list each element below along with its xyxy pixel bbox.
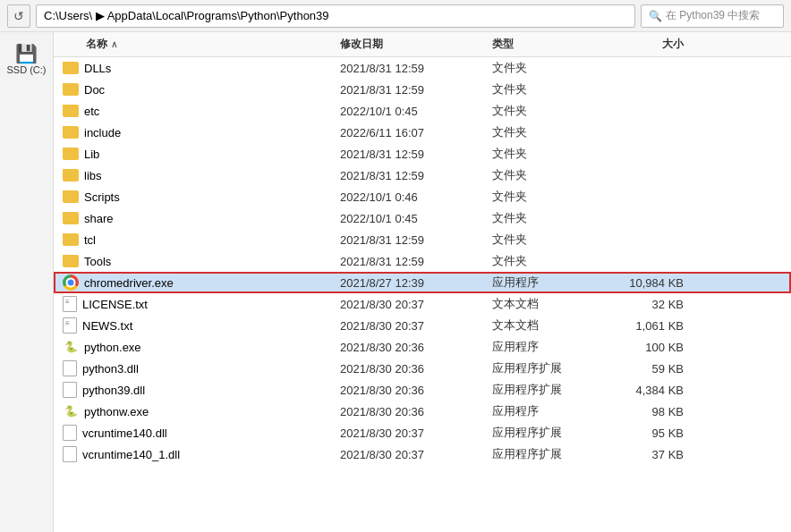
file-list: DLLs 2021/8/31 12:59 文件夹 Doc 2021/8/31 1… (54, 57, 791, 532)
table-row[interactable]: etc 2022/10/1 0:45 文件夹 (54, 100, 791, 122)
cell-date: 2022/6/11 16:07 (340, 126, 492, 139)
file-name: tcl (84, 233, 96, 247)
table-row[interactable]: DLLs 2021/8/31 12:59 文件夹 (54, 57, 791, 79)
table-row[interactable]: share 2022/10/1 0:45 文件夹 (54, 207, 791, 229)
folder-icon (63, 62, 79, 74)
chrome-icon (63, 274, 79, 291)
cell-size: 98 KB (608, 405, 698, 418)
dll-icon (63, 446, 77, 462)
file-name: NEWS.txt (82, 319, 132, 333)
cell-type: 文件夹 (492, 210, 608, 226)
file-name: vcruntime140.dll (82, 426, 167, 440)
cell-type: 应用程序扩展 (492, 425, 608, 441)
dll-icon (63, 425, 77, 441)
col-name-header[interactable]: 名称 ∧ (54, 37, 340, 52)
table-row[interactable]: vcruntime140.dll 2021/8/30 20:37 应用程序扩展 … (54, 422, 791, 443)
cell-name: vcruntime140.dll (54, 425, 340, 441)
cell-name: LICENSE.txt (54, 296, 340, 312)
file-name: python.exe (84, 341, 141, 354)
sidebar-item-ssd[interactable]: 💾 SSD (C:) (5, 39, 48, 79)
address-path[interactable]: C:\Users\ ▶ AppData\Local\Programs\Pytho… (36, 4, 635, 28)
file-name: libs (84, 169, 102, 182)
col-date-header[interactable]: 修改日期 (340, 37, 492, 52)
cell-size: 59 KB (608, 362, 698, 376)
cell-date: 2021/8/30 20:36 (340, 341, 492, 354)
table-row[interactable]: tcl 2021/8/31 12:59 文件夹 (54, 229, 791, 250)
folder-icon (63, 190, 79, 203)
cell-type: 文本文档 (492, 317, 608, 334)
file-name: include (84, 126, 121, 139)
file-name: LICENSE.txt (82, 298, 148, 311)
sort-arrow: ∧ (111, 39, 117, 49)
cell-name: 🐍 pythonw.exe (54, 403, 340, 419)
cell-name: Doc (54, 83, 340, 97)
table-row[interactable]: python3.dll 2021/8/30 20:36 应用程序扩展 59 KB (54, 358, 791, 379)
file-name: Lib (84, 148, 99, 161)
cell-type: 文件夹 (492, 167, 608, 183)
cell-type: 文件夹 (492, 253, 608, 269)
address-bar: ↺ C:\Users\ ▶ AppData\Local\Programs\Pyt… (0, 0, 791, 32)
col-size-header[interactable]: 大小 (608, 37, 698, 52)
col-type-header[interactable]: 类型 (492, 37, 608, 52)
cell-date: 2022/10/1 0:46 (340, 190, 492, 204)
cell-type: 应用程序 (492, 274, 608, 291)
cell-date: 2021/8/31 12:59 (340, 83, 492, 97)
cell-date: 2022/10/1 0:45 (340, 105, 492, 118)
text-file-icon (63, 317, 77, 334)
table-row[interactable]: 🐍 python.exe 2021/8/30 20:36 应用程序 100 KB (54, 336, 791, 358)
cell-type: 应用程序 (492, 403, 608, 419)
cell-name: tcl (54, 233, 340, 247)
python-icon: 🐍 (63, 403, 79, 419)
cell-date: 2021/8/31 12:59 (340, 62, 492, 75)
cell-date: 2021/8/30 20:36 (340, 362, 492, 376)
cell-size: 95 KB (608, 426, 698, 440)
search-icon: 🔍 (649, 10, 662, 22)
table-row[interactable]: Scripts 2022/10/1 0:46 文件夹 (54, 186, 791, 207)
table-row[interactable]: include 2022/6/11 16:07 文件夹 (54, 122, 791, 143)
file-name: etc (84, 105, 99, 118)
cell-date: 2021/8/27 12:39 (340, 276, 492, 290)
table-row[interactable]: vcruntime140_1.dll 2021/8/30 20:37 应用程序扩… (54, 443, 791, 465)
cell-name: NEWS.txt (54, 317, 340, 334)
file-name: vcruntime140_1.dll (82, 448, 180, 461)
table-row[interactable]: Doc 2021/8/31 12:59 文件夹 (54, 79, 791, 100)
table-row[interactable]: 🐍 pythonw.exe 2021/8/30 20:36 应用程序 98 KB (54, 401, 791, 422)
file-name: pythonw.exe (84, 405, 149, 418)
file-name: python3.dll (82, 362, 139, 376)
cell-type: 应用程序 (492, 339, 608, 355)
file-name: python39.dll (82, 384, 145, 397)
table-row[interactable]: Lib 2021/8/31 12:59 文件夹 (54, 143, 791, 165)
sidebar: 💾 SSD (C:) (0, 32, 54, 532)
cell-date: 2021/8/31 12:59 (340, 255, 492, 268)
table-row[interactable]: libs 2021/8/31 12:59 文件夹 (54, 165, 791, 186)
cell-size: 32 KB (608, 298, 698, 311)
cell-type: 文件夹 (492, 189, 608, 205)
cell-date: 2021/8/30 20:36 (340, 384, 492, 397)
cell-name: vcruntime140_1.dll (54, 446, 340, 462)
cell-type: 应用程序扩展 (492, 382, 608, 398)
cell-type: 应用程序扩展 (492, 360, 608, 376)
search-box[interactable]: 🔍 在 Python39 中搜索 (641, 4, 784, 28)
cell-type: 文件夹 (492, 124, 608, 140)
cell-name: DLLs (54, 62, 340, 75)
file-name: Tools (84, 255, 111, 268)
refresh-button[interactable]: ↺ (7, 4, 30, 28)
file-name: share (84, 212, 114, 225)
table-row[interactable]: NEWS.txt 2021/8/30 20:37 文本文档 1,061 KB (54, 315, 791, 336)
file-area: 名称 ∧ 修改日期 类型 大小 DLLs 2021/8/31 12:59 文件夹 (54, 32, 791, 532)
folder-icon (63, 255, 79, 267)
cell-size: 100 KB (608, 341, 698, 354)
cell-name: chromedriver.exe (54, 274, 340, 291)
table-row[interactable]: python39.dll 2021/8/30 20:36 应用程序扩展 4,38… (54, 379, 791, 401)
folder-icon (63, 212, 79, 224)
table-row[interactable]: chromedriver.exe 2021/8/27 12:39 应用程序 10… (54, 272, 791, 293)
cell-date: 2021/8/30 20:36 (340, 405, 492, 418)
folder-icon (63, 105, 79, 117)
cell-name: etc (54, 105, 340, 118)
cell-date: 2021/8/31 12:59 (340, 233, 492, 247)
table-row[interactable]: LICENSE.txt 2021/8/30 20:37 文本文档 32 KB (54, 293, 791, 315)
file-name: Scripts (84, 190, 120, 204)
folder-icon (63, 126, 79, 139)
cell-name: include (54, 126, 340, 139)
table-row[interactable]: Tools 2021/8/31 12:59 文件夹 (54, 250, 791, 272)
